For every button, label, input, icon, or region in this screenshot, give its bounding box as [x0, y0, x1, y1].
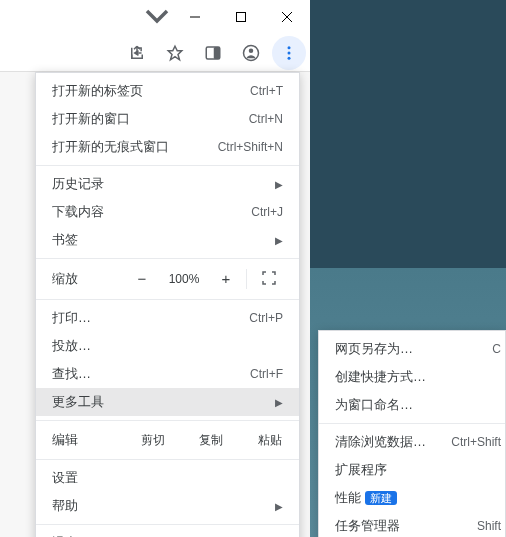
menu-print[interactable]: 打印… Ctrl+P	[36, 304, 299, 332]
menu-new-incognito[interactable]: 打开新的无痕式窗口 Ctrl+Shift+N	[36, 133, 299, 161]
paste-button[interactable]: 粘贴	[241, 432, 299, 449]
svg-rect-1	[237, 13, 246, 22]
menu-separator	[36, 524, 299, 525]
close-button[interactable]	[264, 0, 310, 34]
submenu-label: 创建快捷方式…	[335, 368, 426, 386]
svg-point-10	[288, 51, 291, 54]
menu-label: 打开新的标签页	[52, 82, 143, 100]
menu-separator	[36, 420, 299, 421]
menu-exit[interactable]: 退出	[36, 529, 299, 537]
edit-label: 编辑	[52, 431, 124, 449]
menu-more-tools[interactable]: 更多工具 ▶	[36, 388, 299, 416]
minimize-button[interactable]	[172, 0, 218, 34]
menu-help[interactable]: 帮助 ▶	[36, 492, 299, 520]
menu-label: 打开新的无痕式窗口	[52, 138, 169, 156]
share-icon[interactable]	[120, 36, 154, 70]
menu-history[interactable]: 历史记录 ▶	[36, 170, 299, 198]
zoom-separator	[246, 269, 247, 289]
menu-label: 查找…	[52, 365, 91, 383]
menu-edit-row: 编辑 剪切 复制 粘贴	[36, 425, 299, 455]
more-tools-submenu: 网页另存为… C 创建快捷方式… 为窗口命名… 清除浏览数据… Ctrl+Shi…	[318, 330, 506, 537]
submenu-save-page[interactable]: 网页另存为… C	[319, 335, 505, 363]
menu-shortcut: Ctrl+N	[249, 112, 283, 126]
new-badge: 新建	[365, 491, 397, 505]
menu-label: 投放…	[52, 337, 91, 355]
submenu-arrow-icon: ▶	[275, 235, 283, 246]
zoom-value: 100%	[160, 272, 208, 286]
submenu-name-window[interactable]: 为窗口命名…	[319, 391, 505, 419]
menu-shortcut: Ctrl+T	[250, 84, 283, 98]
fullscreen-button[interactable]	[249, 271, 289, 288]
menu-zoom-row: 缩放 − 100% +	[36, 263, 299, 295]
menu-cast[interactable]: 投放…	[36, 332, 299, 360]
menu-settings[interactable]: 设置	[36, 464, 299, 492]
maximize-button[interactable]	[218, 0, 264, 34]
menu-separator	[36, 299, 299, 300]
menu-find[interactable]: 查找… Ctrl+F	[36, 360, 299, 388]
submenu-extensions[interactable]: 扩展程序	[319, 456, 505, 484]
menu-shortcut: Ctrl+P	[249, 311, 283, 325]
menu-label: 书签	[52, 231, 78, 249]
zoom-label: 缩放	[52, 270, 124, 288]
menu-shortcut: Ctrl+J	[251, 205, 283, 219]
menu-new-window[interactable]: 打开新的窗口 Ctrl+N	[36, 105, 299, 133]
main-menu: 打开新的标签页 Ctrl+T 打开新的窗口 Ctrl+N 打开新的无痕式窗口 C…	[35, 72, 300, 537]
menu-separator	[319, 423, 505, 424]
menu-bookmarks[interactable]: 书签 ▶	[36, 226, 299, 254]
menu-label: 设置	[52, 469, 78, 487]
bookmark-star-icon[interactable]	[158, 36, 192, 70]
menu-separator	[36, 165, 299, 166]
submenu-clear-data[interactable]: 清除浏览数据… Ctrl+Shift	[319, 428, 505, 456]
submenu-label: 为窗口命名…	[335, 396, 413, 414]
submenu-arrow-icon: ▶	[275, 179, 283, 190]
cut-button[interactable]: 剪切	[124, 432, 182, 449]
copy-button[interactable]: 复制	[182, 432, 240, 449]
menu-new-tab[interactable]: 打开新的标签页 Ctrl+T	[36, 77, 299, 105]
submenu-performance[interactable]: 性能新建	[319, 484, 505, 512]
menu-label: 帮助	[52, 497, 78, 515]
menu-label: 下载内容	[52, 203, 104, 221]
svg-point-9	[288, 46, 291, 49]
menu-label: 历史记录	[52, 175, 104, 193]
menu-shortcut: Ctrl+F	[250, 367, 283, 381]
menu-separator	[36, 258, 299, 259]
submenu-label: 性能新建	[335, 489, 397, 507]
tab-dropdown-icon[interactable]	[142, 1, 172, 34]
svg-rect-6	[214, 47, 220, 59]
submenu-label: 清除浏览数据…	[335, 433, 426, 451]
svg-marker-4	[168, 46, 182, 60]
submenu-arrow-icon: ▶	[275, 501, 283, 512]
svg-point-11	[288, 56, 291, 59]
side-panel-icon[interactable]	[196, 36, 230, 70]
svg-point-8	[249, 48, 254, 53]
menu-shortcut: Ctrl+Shift+N	[218, 140, 283, 154]
submenu-shortcut: Shift	[477, 519, 501, 533]
submenu-label: 网页另存为…	[335, 340, 413, 358]
menu-label: 打开新的窗口	[52, 110, 130, 128]
submenu-create-shortcut[interactable]: 创建快捷方式…	[319, 363, 505, 391]
submenu-shortcut: Ctrl+Shift	[451, 435, 501, 449]
submenu-label: 扩展程序	[335, 461, 387, 479]
zoom-out-button[interactable]: −	[124, 265, 160, 293]
browser-toolbar	[0, 34, 310, 72]
submenu-task-manager[interactable]: 任务管理器 Shift	[319, 512, 505, 537]
submenu-arrow-icon: ▶	[275, 397, 283, 408]
main-menu-icon[interactable]	[272, 36, 306, 70]
menu-label: 打印…	[52, 309, 91, 327]
profile-avatar-icon[interactable]	[234, 36, 268, 70]
zoom-in-button[interactable]: +	[208, 265, 244, 293]
submenu-label: 任务管理器	[335, 517, 400, 535]
window-titlebar	[0, 0, 310, 34]
submenu-shortcut: C	[492, 342, 501, 356]
menu-downloads[interactable]: 下载内容 Ctrl+J	[36, 198, 299, 226]
menu-separator	[36, 459, 299, 460]
menu-label: 更多工具	[52, 393, 104, 411]
